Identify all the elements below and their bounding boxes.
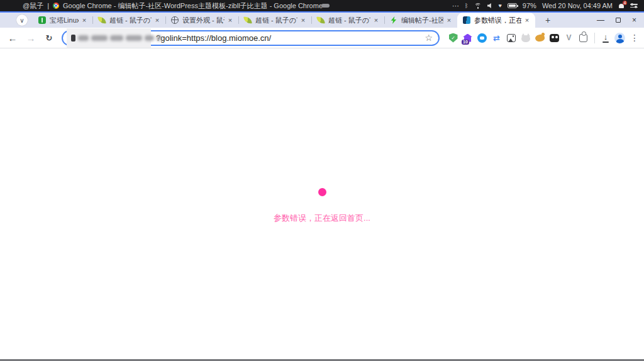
tab-close-icon[interactable]: × (226, 16, 235, 25)
tab-label: 超链 - 鼠子のTypech (255, 16, 297, 25)
tab-close-icon[interactable]: × (445, 16, 453, 25)
tab-error-redirect-active[interactable]: 参数错误，正在返回 × (457, 13, 535, 28)
system-top-bar: @鼠子 | Google Chrome - 编辑帖子-社区-WordPress主… (0, 0, 644, 11)
nav-buttons: ← → ↻ (8, 33, 54, 43)
tab-zibll-edit-post[interactable]: 编辑帖子-社区-Wor × (384, 13, 457, 28)
reload-button[interactable]: ↻ (44, 34, 54, 42)
tab-label: 超链 - 鼠子のTypech (109, 16, 152, 25)
minimize-button[interactable]: — (597, 16, 604, 25)
tab-close-icon[interactable]: × (153, 16, 162, 25)
panda-extension-icon[interactable] (547, 30, 562, 45)
tab-label: 参数错误，正在返回 (474, 16, 521, 25)
tab-close-icon[interactable]: × (299, 16, 308, 25)
typecho-leaf-favicon (316, 16, 325, 25)
system-tray: ⋯ ᛒ ♥ 97% Wed 20 Nov, 04:49 AM 4 (452, 2, 638, 9)
tab-label: 编辑帖子-社区-Wor (401, 16, 443, 25)
site-favicon (463, 16, 470, 24)
tab-label: 设置外观 - 鼠子のTy (182, 16, 225, 25)
extension-badge: 10 (462, 40, 469, 45)
bookmark-star-icon[interactable]: ☆ (425, 33, 433, 43)
tab-close-icon[interactable]: × (523, 16, 531, 25)
heart-icon: ♥ (499, 3, 502, 9)
globe-favicon (171, 16, 179, 24)
tab-close-icon[interactable]: × (80, 16, 89, 25)
swap-arrows-extension-icon[interactable]: ⇄ (489, 30, 504, 45)
chrome-menu-button[interactable]: ⋮ (630, 33, 639, 43)
tab-search-button[interactable]: ∨ (16, 14, 28, 26)
cat-extension-icon[interactable] (518, 30, 533, 45)
browser-toolbar: ← → ↻ ?golink=https://blog.miomoe.cn/ ☆ … (0, 28, 644, 48)
url-text[interactable]: ?golink=https://blog.miomoe.cn/ (156, 33, 271, 43)
download-icon: ↓ (604, 33, 608, 41)
back-button[interactable]: ← (8, 33, 18, 43)
extensions-puzzle-icon[interactable] (576, 30, 591, 45)
forward-button: → (26, 33, 36, 43)
restore-button[interactable] (616, 18, 621, 23)
site-security-icon (71, 35, 75, 42)
typecho-leaf-favicon (97, 16, 106, 25)
window-close-button[interactable]: × (632, 16, 636, 25)
extensions-area: 10 ⇄ V ↓ ⋮ (446, 30, 644, 45)
wifi-icon[interactable] (474, 3, 482, 9)
page-content: 参数错误，正在返回首页... (0, 48, 644, 359)
zibll-favicon (390, 16, 397, 24)
vimium-extension-icon[interactable]: V (562, 30, 576, 45)
loading-dot (318, 188, 326, 196)
active-window-title[interactable]: Google Chrome - 编辑帖子-社区-WordPress主题模板-zi… (63, 1, 323, 11)
error-message: 参数错误，正在返回首页... (0, 213, 644, 224)
adguard-extension-icon[interactable] (446, 30, 460, 45)
window-controls: — × (597, 13, 636, 28)
tab-close-icon[interactable]: × (372, 16, 380, 25)
clock-label[interactable]: Wed 20 Nov, 04:49 AM (542, 2, 613, 9)
tab-strip: ∨ 宝塔Linux面板 × 超链 - 鼠子のTypech × 设置外观 - 鼠子… (0, 13, 644, 28)
toolbar-separator (594, 33, 595, 43)
tab-typecho-link-3[interactable]: 超链 - 鼠子のTypech × (311, 13, 384, 28)
battery-percent: 97% (523, 2, 536, 9)
address-bar[interactable]: ?golink=https://blog.miomoe.cn/ ☆ (62, 30, 440, 46)
tray-overflow-icon[interactable]: ⋯ (452, 3, 459, 9)
new-tab-button[interactable]: + (541, 14, 554, 26)
tab-label: 超链 - 鼠子のTypech (328, 16, 370, 25)
chrome-logo-icon (53, 3, 59, 9)
session-user-label: @鼠子 (23, 1, 43, 11)
image-extension-icon[interactable] (504, 30, 518, 45)
media-indicator-pill (321, 4, 330, 8)
tab-typecho-link-1[interactable]: 超链 - 鼠子のTypech × (92, 13, 165, 28)
censored-url-blur (67, 28, 151, 48)
system-bar-left: @鼠子 | Google Chrome - 编辑帖子-社区-WordPress主… (23, 1, 323, 11)
volume-icon[interactable] (487, 3, 493, 9)
tab-wordpress-appearance[interactable]: 设置外观 - 鼠子のTy × (165, 13, 238, 28)
blue-circle-extension-icon[interactable] (475, 30, 489, 45)
system-settings-icon[interactable] (630, 4, 638, 8)
profile-avatar[interactable] (613, 30, 627, 45)
battery-icon (508, 3, 517, 8)
notification-bell-icon[interactable]: 4 (618, 3, 625, 9)
tab-label: 宝塔Linux面板 (50, 16, 79, 25)
chevron-down-icon: ∨ (19, 17, 24, 24)
baota-favicon (38, 16, 46, 24)
downloads-button[interactable]: ↓ (599, 30, 613, 45)
home-extension-icon[interactable]: 10 (460, 30, 475, 45)
system-bar-separator: | (47, 2, 49, 9)
gold-pet-extension-icon[interactable] (533, 30, 547, 45)
tab-baota-linux-panel[interactable]: 宝塔Linux面板 × (33, 13, 92, 28)
typecho-leaf-favicon (243, 16, 252, 25)
notification-badge: 4 (623, 1, 627, 5)
tab-typecho-link-2[interactable]: 超链 - 鼠子のTypech × (238, 13, 311, 28)
bluetooth-icon[interactable]: ᛒ (465, 3, 468, 9)
